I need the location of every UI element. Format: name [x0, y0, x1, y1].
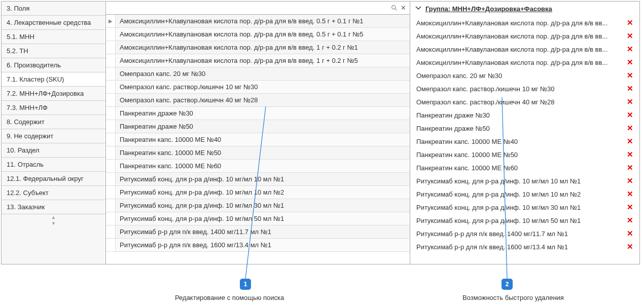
selected-item-label: Ритуксимаб конц. для р-ра д/инф. 10 мг/м…: [416, 190, 625, 198]
list-row[interactable]: Панкреатин капс. 10000 МЕ №40: [106, 133, 410, 146]
list-item-label: Ритуксимаб конц. для р-ра д/инф. 10 мг/м…: [115, 212, 410, 225]
selected-row[interactable]: Панкреатин драже №50✕: [410, 122, 639, 135]
delete-icon[interactable]: ✕: [625, 31, 635, 41]
selected-row[interactable]: Амоксициллин+Клавулановая кислота пор. д…: [410, 29, 639, 43]
sidebar-item[interactable]: 3. Поля: [2, 2, 105, 16]
selected-item-label: Ритуксимаб р-р для п/к введ. 1400 мг/11.…: [416, 230, 625, 238]
selected-item-label: Амоксициллин+Клавулановая кислота пор. д…: [416, 46, 625, 53]
sidebar-item[interactable]: 7.2. МНН+ЛФ+Дозировка: [2, 87, 105, 101]
selected-row[interactable]: Ритуксимаб конц. для р-ра д/инф. 10 мг/м…: [410, 201, 639, 214]
selected-item-label: Ритуксимаб р-р для п/к введ. 1600 мг/13.…: [416, 243, 625, 251]
delete-icon[interactable]: ✕: [625, 189, 635, 199]
delete-icon[interactable]: ✕: [625, 110, 635, 120]
delete-icon[interactable]: ✕: [625, 176, 635, 185]
selected-row[interactable]: Амоксициллин+Клавулановая кислота пор. д…: [410, 43, 639, 56]
selected-row[interactable]: Омепразол капс. 20 мг №30✕: [410, 69, 639, 82]
list-row[interactable]: Амоксициллин+Клавулановая кислота пор. д…: [106, 54, 410, 67]
list-row[interactable]: Ритуксимаб конц. для р-ра д/инф. 10 мг/м…: [106, 199, 410, 212]
selected-row[interactable]: Ритуксимаб р-р для п/к введ. 1600 мг/13.…: [410, 240, 639, 253]
list-item-label: Омепразол капс. раствор./кишечн 10 мг №3…: [115, 81, 410, 93]
search-input[interactable]: [109, 3, 388, 13]
selected-row[interactable]: Омепразол капс. раствор./кишечн 40 мг №2…: [410, 95, 639, 108]
list-item-label: Панкреатин капс. 10000 МЕ №50: [115, 146, 410, 159]
group-header[interactable]: Группа: МНН+ЛФ+Дозировка+Фасовка: [410, 2, 639, 16]
list-item-label: Амоксициллин+Клавулановая кислота пор. д…: [115, 54, 410, 67]
scroll-down-icon[interactable]: ▼: [2, 220, 105, 226]
delete-icon[interactable]: ✕: [625, 216, 635, 225]
list-row[interactable]: Панкреатин капс. 10000 МЕ №50: [106, 146, 410, 160]
list-row[interactable]: Панкреатин капс. 10000 МЕ №60: [106, 160, 410, 173]
sidebar-item[interactable]: 6. Производитель: [2, 58, 105, 72]
delete-icon[interactable]: ✕: [625, 137, 635, 146]
selected-row[interactable]: Амоксициллин+Клавулановая кислота пор. д…: [410, 56, 639, 69]
list-row[interactable]: Панкреатин драже №30: [106, 107, 410, 120]
sidebar-item[interactable]: 8. Содержит: [2, 115, 105, 129]
sidebar-item[interactable]: 5.2. ТН: [2, 44, 105, 58]
list-row[interactable]: Панкреатин драже №50: [106, 120, 410, 133]
center-panel: ✕ ▶Амоксициллин+Клавулановая кислота пор…: [106, 2, 410, 264]
list-row[interactable]: Омепразол капс. раствор./кишечн 10 мг №3…: [106, 81, 410, 94]
list-item-label: Амоксициллин+Клавулановая кислота пор. д…: [115, 28, 410, 41]
delete-icon[interactable]: ✕: [625, 97, 635, 106]
list-item-label: Омепразол капс. раствор./кишечн 40 мг №2…: [115, 94, 410, 106]
sidebar-item[interactable]: 7.1. Кластер (SKU): [2, 72, 105, 87]
delete-icon[interactable]: ✕: [625, 163, 635, 172]
sidebar-item[interactable]: 12.1. Федеральный округ: [2, 172, 105, 186]
selected-item-label: Ритуксимаб конц. для р-ра д/инф. 10 мг/м…: [416, 177, 625, 185]
search-bar: ✕: [106, 2, 410, 15]
delete-icon[interactable]: ✕: [625, 150, 635, 159]
selected-row[interactable]: Ритуксимаб конц. для р-ра д/инф. 10 мг/м…: [410, 214, 639, 227]
delete-icon[interactable]: ✕: [625, 84, 635, 93]
svg-point-0: [391, 5, 395, 9]
delete-icon[interactable]: ✕: [625, 242, 635, 251]
list-item-label: Амоксициллин+Клавулановая кислота пор. д…: [115, 41, 410, 54]
expand-icon[interactable]: ▶: [106, 18, 115, 24]
list-row[interactable]: Омепразол капс. 20 мг №30: [106, 67, 410, 81]
selected-row[interactable]: Панкреатин драже №30✕: [410, 108, 639, 122]
selected-row[interactable]: Ритуксимаб конц. для р-ра д/инф. 10 мг/м…: [410, 187, 639, 201]
selected-row[interactable]: Панкреатин капс. 10000 МЕ №60✕: [410, 161, 639, 174]
sidebar-item[interactable]: 7.3. МНН+ЛФ: [2, 101, 105, 115]
list-item-label: Ритуксимаб р-р для п/к введ. 1400 мг/11.…: [115, 225, 410, 238]
sidebar-item[interactable]: 10. Раздел: [2, 143, 105, 158]
selected-row[interactable]: Омепразол капс. раствор./кишечн 10 мг №3…: [410, 82, 639, 95]
delete-icon[interactable]: ✕: [625, 229, 635, 238]
search-icon[interactable]: [390, 5, 398, 12]
sidebar-item[interactable]: 13. Заказчик: [2, 200, 105, 214]
delete-icon[interactable]: ✕: [625, 18, 635, 27]
delete-icon[interactable]: ✕: [625, 45, 635, 54]
selected-row[interactable]: Панкреатин капс. 10000 МЕ №50✕: [410, 148, 639, 161]
right-list: Амоксициллин+Клавулановая кислота пор. д…: [410, 16, 639, 264]
list-row[interactable]: Омепразол капс. раствор./кишечн 40 мг №2…: [106, 94, 410, 107]
selected-item-label: Омепразол капс. раствор./кишечн 40 мг №2…: [416, 98, 625, 106]
chevron-down-icon: [415, 5, 421, 13]
list-row[interactable]: Амоксициллин+Клавулановая кислота пор. д…: [106, 28, 410, 41]
main-container: 3. Поля4. Лекарственные средства5.1. МНН…: [1, 1, 640, 264]
selected-item-label: Омепразол капс. 20 мг №30: [416, 72, 625, 80]
selected-row[interactable]: Панкреатин капс. 10000 МЕ №40✕: [410, 135, 639, 148]
delete-icon[interactable]: ✕: [625, 71, 635, 80]
close-icon[interactable]: ✕: [400, 5, 407, 12]
list-row[interactable]: Ритуксимаб р-р для п/к введ. 1600 мг/13.…: [106, 239, 410, 252]
list-row[interactable]: Ритуксимаб конц. для р-ра д/инф. 10 мг/м…: [106, 212, 410, 225]
selected-row[interactable]: Ритуксимаб р-р для п/к введ. 1400 мг/11.…: [410, 227, 639, 240]
delete-icon[interactable]: ✕: [625, 203, 635, 212]
scroll-up-icon[interactable]: ▲: [2, 214, 105, 220]
list-row[interactable]: Амоксициллин+Клавулановая кислота пор. д…: [106, 41, 410, 54]
list-item-label: Ритуксимаб р-р для п/к введ. 1600 мг/13.…: [115, 239, 410, 251]
selected-item-label: Панкреатин драже №30: [416, 111, 625, 119]
sidebar-item[interactable]: 4. Лекарственные средства: [2, 16, 105, 30]
list-row[interactable]: Ритуксимаб р-р для п/к введ. 1400 мг/11.…: [106, 225, 410, 239]
sidebar-item[interactable]: 9. Не содержит: [2, 129, 105, 143]
selected-row[interactable]: Ритуксимаб конц. для р-ра д/инф. 10 мг/м…: [410, 174, 639, 187]
sidebar-item[interactable]: 12.2. Субъект: [2, 186, 105, 200]
delete-icon[interactable]: ✕: [625, 124, 635, 133]
selected-row[interactable]: Амоксициллин+Клавулановая кислота пор. д…: [410, 16, 639, 29]
delete-icon[interactable]: ✕: [625, 58, 635, 67]
sidebar-item[interactable]: 5.1. МНН: [2, 30, 105, 44]
sidebar-item[interactable]: 11. Отрасль: [2, 158, 105, 172]
list-row[interactable]: ▶Амоксициллин+Клавулановая кислота пор. …: [106, 15, 410, 28]
list-row[interactable]: Ритуксимаб конц. для р-ра д/инф. 10 мг/м…: [106, 173, 410, 186]
list-item-label: Омепразол капс. 20 мг №30: [115, 67, 410, 80]
list-row[interactable]: Ритуксимаб конц. для р-ра д/инф. 10 мг/м…: [106, 186, 410, 199]
